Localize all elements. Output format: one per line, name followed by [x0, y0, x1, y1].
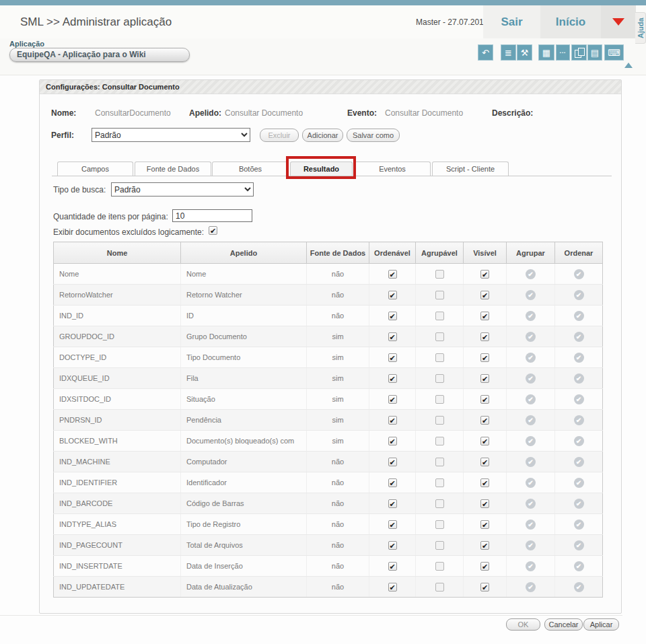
tab-eventos[interactable]: Eventos [354, 162, 431, 176]
agrupavel-checkbox[interactable] [435, 499, 444, 508]
visivel-checkbox[interactable] [480, 541, 489, 550]
agrupavel-checkbox[interactable] [435, 291, 444, 299]
dots-icon[interactable]: ••• [556, 44, 570, 61]
ordenar-icon[interactable] [574, 540, 584, 550]
pages-icon[interactable] [571, 44, 587, 61]
agrupar-icon[interactable] [526, 311, 536, 321]
agrupar-icon[interactable] [526, 353, 536, 363]
collapse-panel-icon[interactable] [624, 63, 633, 68]
agrupar-icon[interactable] [526, 394, 536, 404]
visivel-checkbox[interactable] [480, 312, 489, 320]
visivel-checkbox[interactable] [480, 520, 489, 529]
agrupavel-checkbox[interactable] [435, 353, 444, 362]
undo-icon[interactable]: ↶ [478, 44, 493, 61]
salvar-como-button[interactable]: Salvar como [347, 129, 400, 142]
ordenar-icon[interactable] [574, 520, 584, 530]
ordenavel-checkbox[interactable] [388, 437, 397, 445]
agrupar-icon[interactable] [526, 332, 536, 342]
aplicar-button[interactable]: Aplicar [583, 618, 619, 631]
home-button[interactable]: Início [540, 5, 601, 38]
report-icon[interactable]: ≣ [501, 44, 516, 61]
tab-fonte-de-dados[interactable]: Fonte de Dados [135, 162, 211, 176]
ordenavel-checkbox[interactable] [388, 416, 397, 425]
ordenar-icon[interactable] [574, 373, 584, 384]
agrupavel-checkbox[interactable] [435, 270, 444, 279]
ordenar-icon[interactable] [574, 499, 584, 509]
ordenavel-checkbox[interactable] [388, 374, 397, 383]
visivel-checkbox[interactable] [480, 437, 489, 445]
agrupavel-checkbox[interactable] [435, 312, 444, 320]
agrupar-icon[interactable] [526, 540, 536, 550]
qty-input[interactable] [172, 209, 252, 222]
ordenar-icon[interactable] [574, 436, 584, 446]
visivel-checkbox[interactable] [480, 270, 489, 279]
agrupavel-checkbox[interactable] [435, 458, 444, 466]
agrupar-icon[interactable] [526, 269, 536, 279]
agrupavel-checkbox[interactable] [435, 374, 444, 383]
visivel-checkbox[interactable] [480, 583, 489, 592]
agrupar-icon[interactable] [526, 415, 536, 425]
ordenavel-checkbox[interactable] [388, 395, 397, 404]
agrupavel-checkbox[interactable] [435, 583, 444, 592]
agrupar-icon[interactable] [526, 478, 536, 488]
ordenavel-checkbox[interactable] [388, 562, 397, 571]
checklist-icon[interactable]: ▤ [587, 44, 602, 61]
agrupavel-checkbox[interactable] [435, 562, 444, 571]
adicionar-button[interactable]: Adicionar [302, 129, 343, 142]
application-selector-button[interactable]: EquipeQA - Aplicação para o Wiki [9, 48, 190, 62]
ok-button[interactable]: OK [506, 618, 540, 631]
ordenavel-checkbox[interactable] [388, 541, 397, 550]
ordenar-icon[interactable] [574, 415, 584, 425]
excluir-button[interactable]: Excluir [260, 129, 299, 142]
ordenar-icon[interactable] [574, 311, 584, 321]
ordenar-icon[interactable] [574, 394, 584, 404]
ordenar-icon[interactable] [574, 353, 584, 363]
ordenavel-checkbox[interactable] [388, 270, 397, 279]
exibir-checkbox[interactable] [209, 226, 217, 235]
agrupavel-checkbox[interactable] [435, 416, 444, 425]
ordenar-icon[interactable] [574, 457, 584, 467]
tab-script-cliente[interactable]: Script - Cliente [432, 162, 509, 176]
ordenavel-checkbox[interactable] [388, 520, 397, 529]
agrupavel-checkbox[interactable] [435, 395, 444, 404]
agrupavel-checkbox[interactable] [435, 520, 444, 529]
agrupar-icon[interactable] [526, 499, 536, 509]
perfil-select[interactable]: Padrão [92, 128, 250, 142]
visivel-checkbox[interactable] [480, 353, 489, 362]
agrupavel-checkbox[interactable] [435, 332, 444, 341]
ordenar-icon[interactable] [574, 561, 584, 571]
agrupavel-checkbox[interactable] [435, 437, 444, 445]
agrupar-icon[interactable] [526, 582, 536, 592]
ordenavel-checkbox[interactable] [388, 478, 397, 487]
tab-bot-es[interactable]: Botões [212, 162, 289, 176]
ordenar-icon[interactable] [574, 332, 584, 342]
ordenavel-checkbox[interactable] [388, 291, 397, 299]
ordenavel-checkbox[interactable] [388, 499, 397, 508]
help-tab[interactable]: Ajuda [635, 12, 646, 44]
ordenar-icon[interactable] [574, 478, 584, 488]
agrupar-icon[interactable] [526, 520, 536, 530]
visivel-checkbox[interactable] [480, 499, 489, 508]
visivel-checkbox[interactable] [480, 332, 489, 341]
ordenar-icon[interactable] [574, 582, 584, 592]
ordenavel-checkbox[interactable] [388, 332, 397, 341]
ordenavel-checkbox[interactable] [388, 458, 397, 466]
agrupavel-checkbox[interactable] [435, 541, 444, 550]
menu-dropdown-button[interactable] [601, 5, 636, 38]
tipo-busca-select[interactable]: Padrão [111, 182, 254, 196]
agrupar-icon[interactable] [526, 373, 536, 384]
agrupar-icon[interactable] [526, 457, 536, 467]
tab-campos[interactable]: Campos [57, 162, 133, 176]
cancelar-button[interactable]: Cancelar [544, 618, 583, 631]
tab-resultado[interactable]: Resultado [290, 162, 353, 176]
ordenavel-checkbox[interactable] [388, 312, 397, 320]
tools-icon[interactable]: ⚒ [517, 44, 532, 61]
visivel-checkbox[interactable] [480, 478, 489, 487]
visivel-checkbox[interactable] [480, 291, 489, 299]
visivel-checkbox[interactable] [480, 458, 489, 466]
ordenavel-checkbox[interactable] [388, 583, 397, 592]
ordenavel-checkbox[interactable] [388, 353, 397, 362]
agrupavel-checkbox[interactable] [435, 478, 444, 487]
ordenar-icon[interactable] [574, 290, 584, 300]
visivel-checkbox[interactable] [480, 416, 489, 425]
